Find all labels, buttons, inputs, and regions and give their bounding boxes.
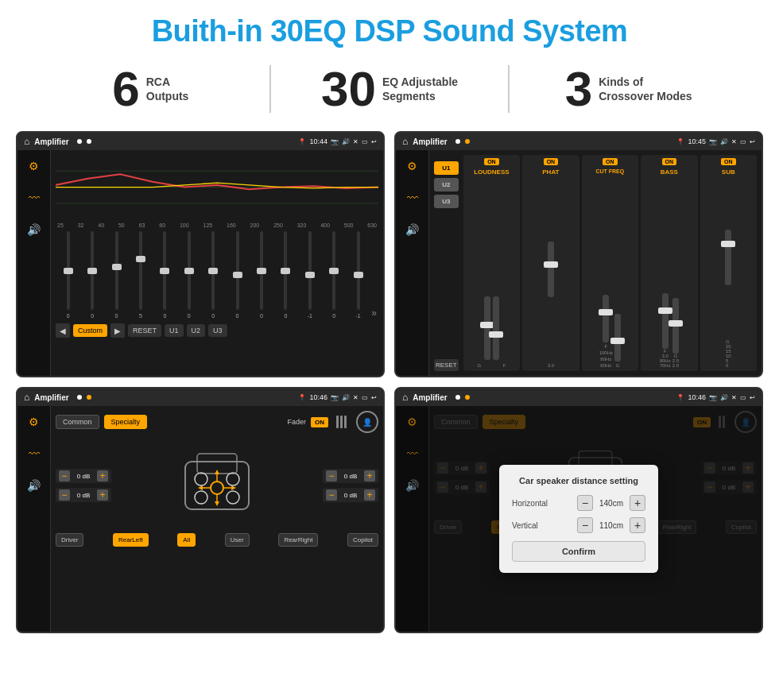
eq-sidebar-wave-icon[interactable]: 〰 — [25, 188, 43, 207]
preset-u2-btn[interactable]: U2 — [434, 178, 459, 191]
eq-slider-3: 5 — [130, 231, 151, 319]
fader-label: Fader — [287, 418, 306, 426]
eq-x-icon: ✕ — [353, 138, 358, 145]
vol-control-fl: − 0 dB + — [56, 469, 111, 483]
cutfreq-slider-2[interactable] — [614, 314, 621, 362]
eq-sidebar-speaker-icon[interactable]: 🔊 — [24, 220, 44, 239]
car-diagram-wrapper — [116, 438, 318, 533]
horizontal-label: Horizontal — [512, 499, 560, 508]
dlg-camera-icon: 📷 — [709, 394, 717, 401]
cutfreq-on[interactable]: ON — [603, 158, 618, 165]
eq-slider-8: 0 — [250, 231, 272, 319]
vertical-plus-btn[interactable]: + — [630, 517, 645, 533]
fader-app-title: Amplifier — [34, 393, 68, 402]
dialog-time: 10:46 — [688, 393, 706, 401]
eq-location-icon: 📍 — [298, 138, 306, 145]
channel-main: U1 U2 U3 RESET ON LOUDNESS — [429, 150, 762, 376]
confirm-button[interactable]: Confirm — [512, 541, 645, 562]
rear-left-btn[interactable]: RearLeft — [113, 533, 149, 547]
eq-graph — [56, 155, 378, 222]
vol-fr-plus[interactable]: + — [364, 470, 375, 481]
fader-sidebar-wave-icon[interactable]: 〰 — [25, 444, 43, 463]
eq-u2-btn[interactable]: U2 — [187, 324, 206, 337]
eq-play-btn[interactable]: ▶ — [110, 323, 125, 338]
copilot-btn[interactable]: Copilot — [347, 533, 378, 547]
common-mode-btn[interactable]: Common — [56, 415, 99, 429]
stat-rca-label: RCAOutputs — [146, 75, 189, 103]
phat-on[interactable]: ON — [544, 158, 559, 165]
channel-home-icon[interactable]: ⌂ — [402, 136, 408, 147]
driver-btn[interactable]: Driver — [56, 533, 83, 547]
channel-time: 10:45 — [688, 137, 706, 145]
bass-slider-2[interactable] — [672, 298, 679, 354]
cutfreq-slider-1[interactable] — [603, 295, 609, 342]
vol-fr-minus[interactable]: − — [326, 470, 337, 481]
channel-reset-btn[interactable]: RESET — [434, 359, 459, 371]
channel-phat: ON PHAT 3.0 — [522, 155, 579, 371]
vol-fl-plus[interactable]: + — [97, 470, 108, 481]
vertical-control: − 110cm + — [577, 517, 645, 533]
loudness-slider-1[interactable] — [484, 296, 490, 360]
channel-sidebar: ⚙ 〰 🔊 — [396, 150, 429, 376]
fader-on-toggle[interactable]: ON — [311, 417, 328, 427]
fader-bottom-controls: Driver RearLeft All User RearRight Copil… — [56, 533, 378, 547]
channel-status-icons: 📍 10:45 📷 🔊 ✕ ▭ ↩ — [676, 137, 755, 145]
ch-sidebar-eq-icon[interactable]: ⚙ — [404, 157, 421, 176]
preset-u3-btn[interactable]: U3 — [434, 195, 459, 208]
vol-rr-value: 0 dB — [339, 492, 362, 499]
specialty-mode-btn[interactable]: Specialty — [104, 415, 148, 429]
eq-sidebar-eq-icon[interactable]: ⚙ — [25, 157, 42, 176]
fader-home-icon[interactable]: ⌂ — [24, 392, 29, 403]
vol-rl-plus[interactable]: + — [97, 489, 108, 501]
eq-more-arrow[interactable]: » — [371, 307, 377, 319]
vol-rl-value: 0 dB — [72, 492, 95, 499]
channel-app-title: Amplifier — [413, 137, 447, 146]
eq-status-bar: ⌂ Amplifier 📍 10:44 📷 🔊 ✕ ▭ ↩ — [17, 133, 383, 150]
all-btn[interactable]: All — [177, 533, 196, 547]
fader-settings-icon[interactable]: 👤 — [356, 411, 378, 433]
eq-freq-labels: 25 32 40 50 63 80 100 125 160 200 250 32… — [56, 222, 378, 228]
horizontal-minus-btn[interactable]: − — [577, 495, 593, 511]
loudness-sliders — [484, 179, 499, 360]
preset-u1-btn[interactable]: U1 — [434, 161, 459, 175]
vol-fl-minus[interactable]: − — [59, 470, 70, 481]
bass-slider-1[interactable] — [662, 293, 669, 349]
ch-sidebar-wave-icon[interactable]: 〰 — [404, 188, 421, 207]
dialog-home-icon[interactable]: ⌂ — [402, 392, 408, 403]
svg-point-5 — [195, 473, 207, 485]
user-btn[interactable]: User — [225, 533, 250, 547]
loudness-on[interactable]: ON — [484, 158, 499, 165]
bass-on[interactable]: ON — [662, 158, 677, 165]
home-icon[interactable]: ⌂ — [24, 136, 29, 147]
loudness-slider-2[interactable] — [493, 296, 499, 360]
fader-sidebar-speaker-icon[interactable]: 🔊 — [24, 476, 44, 495]
eq-u3-btn[interactable]: U3 — [208, 324, 227, 337]
horizontal-plus-btn[interactable]: + — [630, 495, 645, 511]
dialog-horizontal-row: Horizontal − 140cm + — [512, 495, 645, 511]
fader-sidebar-eq-icon[interactable]: ⚙ — [25, 412, 42, 431]
vol-rl-minus[interactable]: − — [59, 489, 70, 501]
eq-time: 10:44 — [309, 137, 327, 145]
sub-on[interactable]: ON — [721, 158, 736, 165]
fader-screen: ⌂ Amplifier 📍 10:46 📷 🔊 ✕ ▭ ↩ ⚙ 〰 🔊 — [16, 387, 385, 633]
vol-rr-plus[interactable]: + — [364, 489, 375, 501]
eq-prev-btn[interactable]: ◀ — [56, 323, 70, 338]
fader-window-icon: ▭ — [362, 394, 368, 401]
ch-sidebar-speaker-icon[interactable]: 🔊 — [402, 220, 422, 239]
ch-location-icon: 📍 — [676, 138, 684, 145]
eq-u1-btn[interactable]: U1 — [165, 324, 184, 337]
vertical-minus-btn[interactable]: − — [577, 517, 593, 533]
eq-inner: ⚙ 〰 🔊 25 — [17, 150, 383, 376]
vol-rr-minus[interactable]: − — [326, 489, 337, 501]
ch-x-icon: ✕ — [731, 138, 737, 145]
rear-right-btn[interactable]: RearRight — [278, 533, 318, 547]
eq-custom-btn[interactable]: Custom — [73, 324, 107, 337]
svg-marker-15 — [215, 501, 219, 506]
eq-slider-9: 0 — [275, 231, 296, 319]
svg-marker-17 — [231, 485, 236, 490]
eq-reset-btn[interactable]: RESET — [128, 324, 161, 337]
fader-sidebar: ⚙ 〰 🔊 — [17, 406, 51, 632]
dlg-back-icon: ↩ — [750, 394, 755, 401]
sub-slider-1[interactable] — [725, 230, 731, 285]
phat-slider[interactable] — [548, 242, 554, 297]
